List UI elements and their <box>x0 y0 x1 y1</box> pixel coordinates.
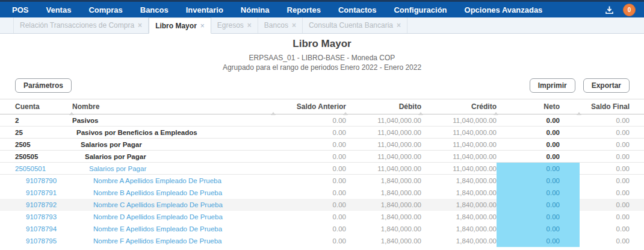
cell-cuenta[interactable]: 91078791 <box>15 189 72 196</box>
cell-cuenta: 25 <box>15 129 72 136</box>
tab-close-icon[interactable]: × <box>247 21 252 30</box>
ledger-row-91078795[interactable]: 91078795Nombre F Apellidos Empleado De P… <box>0 235 644 247</box>
cell-neto: 0.00 <box>497 223 580 235</box>
nav-item-reportes[interactable]: Reportes <box>287 5 321 14</box>
column-header-saldo-final[interactable]: Saldo Final <box>580 102 630 111</box>
cell-saldo-final: 0.00 <box>580 129 630 136</box>
nav-item-configuración[interactable]: Configuración <box>394 5 447 14</box>
tab-label: Relación Transacciones de Compra <box>20 21 134 30</box>
cell-neto: 0.00 <box>497 141 580 148</box>
cell-cuenta[interactable]: 91078794 <box>15 225 72 233</box>
cell-debito: 1,840,000.00 <box>346 201 421 208</box>
ledger-row-91078792[interactable]: 91078792Nombre C Apellidos Empleado De P… <box>0 199 644 211</box>
cell-cuenta[interactable]: 91078793 <box>15 213 72 220</box>
cell-nombre[interactable]: Nombre B Apellidos Empleado De Prueba <box>72 189 274 196</box>
cell-debito: 11,040,000.00 <box>346 129 421 136</box>
ledger-row-91078790[interactable]: 91078790Nombre A Apellidos Empleado De P… <box>0 175 644 187</box>
tab-relación-transacciones-de-compra[interactable]: Relación Transacciones de Compra× <box>13 17 149 33</box>
ledger-row-25[interactable]: 25Pasivos por Beneficios a Empleados0.00… <box>0 127 644 139</box>
cell-debito: 11,040,000.00 <box>346 117 421 124</box>
nav-item-bancos[interactable]: Bancos <box>140 5 169 14</box>
cell-saldo-anterior: 0.00 <box>274 129 346 136</box>
cell-saldo-anterior: 0.00 <box>274 177 346 184</box>
column-header-nombre[interactable]: Nombre <box>72 102 274 111</box>
ledger-row-25050501[interactable]: 25050501Salarios por Pagar0.0011,040,000… <box>0 163 644 175</box>
cell-neto: 0.00 <box>497 153 580 160</box>
ledger-row-91078794[interactable]: 91078794Nombre E Apellidos Empleado De P… <box>0 223 644 235</box>
cell-saldo-anterior: 0.00 <box>274 141 346 148</box>
column-header-debito[interactable]: Débito <box>346 102 421 111</box>
cell-debito: 1,840,000.00 <box>346 189 421 196</box>
column-header-saldo-anterior[interactable]: Saldo Anterior <box>274 102 346 111</box>
tab-close-icon[interactable]: × <box>292 21 296 30</box>
cell-credito: 1,840,000.00 <box>421 225 497 233</box>
cell-cuenta[interactable]: 91078795 <box>15 237 72 245</box>
cell-saldo-final: 0.00 <box>580 117 630 124</box>
cell-saldo-anterior: 0.00 <box>274 213 346 220</box>
nav-item-inventario[interactable]: Inventario <box>186 5 223 14</box>
ledger-row-91078791[interactable]: 91078791Nombre B Apellidos Empleado De P… <box>0 187 644 199</box>
cell-nombre[interactable]: Nombre F Apellidos Empleado De Prueba <box>72 237 274 245</box>
cell-nombre[interactable]: Salarios por Pagar <box>72 165 274 172</box>
ledger-table: Cuenta Nombre Saldo Anterior Débito Créd… <box>0 99 644 247</box>
user-avatar[interactable]: 0 <box>623 4 636 16</box>
cell-neto: 0.00 <box>497 187 580 199</box>
period-range-line: Agrupado para el rango de periodos Enero… <box>0 63 644 72</box>
column-header-credito[interactable]: Crédito <box>421 102 497 111</box>
tab-close-icon[interactable]: × <box>397 21 401 30</box>
cell-credito: 11,040,000.00 <box>421 153 497 160</box>
main-menu: POSVentasComprasBancosInventarioNóminaRe… <box>12 5 542 14</box>
cell-credito: 11,040,000.00 <box>421 141 497 148</box>
ledger-row-2505[interactable]: 2505Salarios por Pagar0.0011,040,000.001… <box>0 139 644 151</box>
imprimir-button[interactable]: Imprimir <box>530 78 575 93</box>
column-header-cuenta[interactable]: Cuenta <box>15 102 72 111</box>
cell-nombre: Salarios por Pagar <box>72 153 274 160</box>
ledger-row-91078793[interactable]: 91078793Nombre D Apellidos Empleado De P… <box>0 211 644 223</box>
cell-debito: 1,840,000.00 <box>346 177 421 184</box>
nav-item-pos[interactable]: POS <box>12 5 28 14</box>
ledger-row-2[interactable]: 2Pasivos0.0011,040,000.0011,040,000.000.… <box>0 114 644 127</box>
cell-credito: 1,840,000.00 <box>421 237 497 245</box>
cell-credito: 11,040,000.00 <box>421 117 497 124</box>
tab-egresos[interactable]: Egresos× <box>211 17 258 33</box>
cell-cuenta[interactable]: 91078790 <box>15 177 72 184</box>
table-body: 2Pasivos0.0011,040,000.0011,040,000.000.… <box>0 114 644 247</box>
column-header-neto[interactable]: Neto <box>497 102 580 111</box>
cell-saldo-final: 0.00 <box>580 237 630 245</box>
nav-item-ventas[interactable]: Ventas <box>46 5 71 14</box>
cell-neto: 0.00 <box>497 129 580 136</box>
report-subtitle: ERPSAAS_01 - LIBRO-BASE - Moneda COP Agr… <box>0 53 644 72</box>
nav-item-opciones-avanzadas[interactable]: Opciones Avanzadas <box>465 5 543 14</box>
nav-item-nómina[interactable]: Nómina <box>241 5 270 14</box>
cell-nombre[interactable]: Nombre C Apellidos Empleado De Prueba <box>72 201 274 208</box>
ledger-row-250505[interactable]: 250505Salarios por Pagar0.0011,040,000.0… <box>0 151 644 163</box>
nav-item-compras[interactable]: Compras <box>88 5 122 14</box>
cell-neto: 0.00 <box>497 235 580 247</box>
cell-cuenta[interactable]: 91078792 <box>15 201 72 208</box>
cell-cuenta[interactable]: 25050501 <box>15 165 72 172</box>
nav-right-group: 0 <box>604 4 636 16</box>
page-header: Libro Mayor ERPSAAS_01 - LIBRO-BASE - Mo… <box>0 38 644 72</box>
cell-saldo-final: 0.00 <box>580 213 630 220</box>
parametros-button[interactable]: Parámetros <box>15 78 72 93</box>
cell-credito: 1,840,000.00 <box>421 201 497 208</box>
cell-neto: 0.00 <box>497 163 580 175</box>
tab-bancos[interactable]: Bancos× <box>258 17 303 33</box>
cell-neto: 0.00 <box>497 199 580 211</box>
cell-nombre: Salarios por Pagar <box>72 141 274 148</box>
cell-saldo-final: 0.00 <box>580 165 630 172</box>
download-icon[interactable] <box>604 5 615 15</box>
nav-item-contactos[interactable]: Contactos <box>338 5 377 14</box>
cell-nombre[interactable]: Nombre D Apellidos Empleado De Prueba <box>72 213 274 220</box>
tab-close-icon[interactable]: × <box>200 22 205 30</box>
exportar-button[interactable]: Exportar <box>583 78 630 93</box>
top-navigation-bar: POSVentasComprasBancosInventarioNóminaRe… <box>0 0 644 17</box>
cell-nombre[interactable]: Nombre E Apellidos Empleado De Prueba <box>72 225 274 233</box>
cell-credito: 11,040,000.00 <box>421 129 497 136</box>
tab-close-icon[interactable]: × <box>138 21 142 30</box>
tab-libro-mayor[interactable]: Libro Mayor× <box>149 17 211 34</box>
cell-nombre[interactable]: Nombre A Apellidos Empleado De Prueba <box>72 177 274 184</box>
tab-consulta-cuenta-bancaria[interactable]: Consulta Cuenta Bancaria× <box>303 17 407 33</box>
cell-credito: 1,840,000.00 <box>421 189 497 196</box>
cell-nombre: Pasivos por Beneficios a Empleados <box>72 129 274 136</box>
